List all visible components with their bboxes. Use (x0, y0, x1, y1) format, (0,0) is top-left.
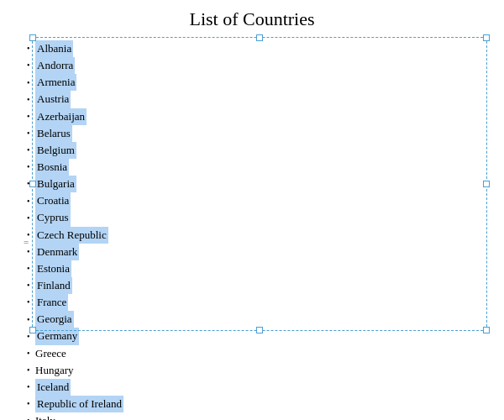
list-item: •Denmark (17, 244, 487, 260)
country-name: Belgium (35, 142, 76, 159)
list-item: •Georgia (17, 311, 487, 328)
list-item: •Italy (17, 412, 487, 420)
list-item: •Iceland (17, 379, 487, 396)
country-name: Republic of Ireland (35, 396, 123, 412)
list-item: •Germany (17, 328, 487, 344)
bullet-icon: • (27, 110, 30, 123)
country-list: •Albania•Andorra•Armenia•Austria•Azerbai… (17, 37, 487, 420)
bullet-icon: • (27, 381, 30, 394)
country-name: Hungary (35, 362, 74, 379)
list-item: •Estonia (17, 260, 487, 277)
bullet-icon: • (27, 347, 30, 360)
bullet-icon: • (27, 296, 30, 309)
country-name: Albania (35, 40, 73, 57)
country-name: Estonia (35, 260, 71, 277)
country-name: Greece (35, 345, 66, 362)
country-name: Azerbaijan (35, 108, 87, 125)
country-name: Germany (35, 328, 79, 344)
list-item: •Greece (17, 345, 487, 362)
list-item: •Armenia (17, 74, 487, 91)
bullet-icon: • (27, 330, 30, 344)
bullet-icon: • (27, 59, 30, 72)
bullet-icon: • (27, 127, 30, 140)
list-item: •Republic of Ireland (17, 396, 487, 412)
list-item: •Czech Republic (17, 227, 487, 244)
bullet-icon: • (27, 212, 30, 225)
country-name: Bosnia (35, 159, 69, 176)
country-name: France (35, 294, 68, 311)
list-item: •Croatia (17, 192, 487, 209)
bullet-icon: • (27, 177, 30, 191)
bullet-icon: • (27, 364, 30, 377)
country-name: Iceland (35, 379, 71, 396)
country-name: Bulgaria (35, 176, 76, 192)
bullet-icon: • (27, 42, 30, 55)
list-item: •Cyprus (17, 209, 487, 226)
content-area: = •Albania•Andorra•Armenia•Austria•Azerb… (17, 37, 487, 420)
country-name: Cyprus (35, 209, 71, 226)
bullet-icon: • (27, 313, 30, 327)
country-name: Czech Republic (35, 227, 108, 244)
list-item: •Hungary (17, 362, 487, 379)
country-name: Croatia (35, 192, 71, 209)
country-name: Finland (35, 277, 72, 294)
list-item: •Finland (17, 277, 487, 294)
list-item: •Belgium (17, 142, 487, 159)
list-item: •Albania (17, 40, 487, 57)
bullet-icon: • (27, 414, 30, 420)
list-item: •Bulgaria (17, 176, 487, 192)
bullet-icon: • (27, 160, 30, 174)
country-name: Georgia (35, 311, 74, 328)
bullet-icon: • (27, 76, 30, 90)
list-item: •Austria (17, 91, 487, 108)
country-name: Andorra (35, 57, 75, 74)
list-item: •Azerbaijan (17, 108, 487, 125)
bullet-icon: • (27, 195, 30, 208)
bullet-icon: • (27, 93, 30, 107)
bullet-icon: • (27, 397, 30, 411)
country-name: Italy (35, 412, 55, 420)
bullet-icon: • (27, 228, 30, 242)
bullet-icon: • (27, 245, 30, 259)
country-name: Belarus (35, 125, 72, 142)
page-title: List of Countries (0, 0, 504, 37)
list-item: •France (17, 294, 487, 311)
country-name: Denmark (35, 244, 79, 260)
list-item: •Belarus (17, 125, 487, 142)
list-item: •Andorra (17, 57, 487, 74)
country-name: Armenia (35, 74, 76, 91)
bullet-icon: • (27, 279, 30, 292)
list-item: •Bosnia (17, 159, 487, 176)
bullet-icon: • (27, 144, 30, 157)
country-name: Austria (35, 91, 71, 108)
bullet-icon: • (27, 262, 30, 276)
